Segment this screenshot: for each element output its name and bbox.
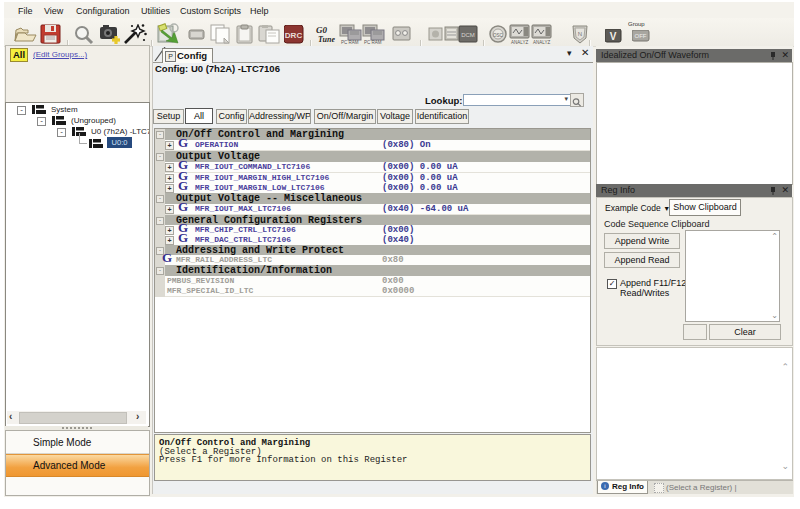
svg-text:DRC: DRC: [285, 31, 303, 40]
svg-text:ANALYZ: ANALYZ: [511, 40, 528, 45]
svg-text:OSC: OSC: [493, 33, 504, 38]
svg-text:PC RAM: PC RAM: [364, 40, 382, 45]
svg-text:G0: G0: [316, 25, 327, 35]
svg-text:PC RAM: PC RAM: [341, 40, 359, 45]
svg-text:Tune: Tune: [318, 35, 335, 44]
svg-text:ANALYZ: ANALYZ: [533, 40, 550, 45]
svg-text:DCM: DCM: [461, 32, 475, 38]
svg-text:V: V: [610, 31, 617, 42]
svg-text:N: N: [578, 31, 582, 37]
svg-text:OFF: OFF: [635, 33, 647, 39]
